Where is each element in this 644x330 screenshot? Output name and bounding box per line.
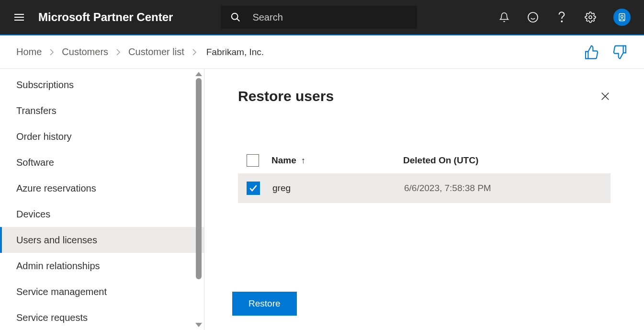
- breadcrumb-customers[interactable]: Customers: [62, 46, 108, 57]
- search-icon: [230, 12, 241, 23]
- scroll-up-icon: [195, 72, 202, 76]
- thumbs-up-icon[interactable]: [584, 45, 599, 60]
- sidebar-item-admin-relationships[interactable]: Admin relationships: [0, 253, 204, 279]
- breadcrumb-home[interactable]: Home: [16, 46, 42, 57]
- sidebar-item-label: Service management: [16, 286, 107, 297]
- user-avatar[interactable]: [613, 9, 631, 26]
- search-container[interactable]: [221, 6, 417, 29]
- sidebar-item-label: Users and licenses: [16, 235, 97, 246]
- sidebar-item-label: Service requests: [16, 312, 88, 323]
- breadcrumb-bar: Home Customers Customer list Fabrikam, I…: [0, 35, 644, 69]
- scroll-thumb[interactable]: [196, 78, 202, 279]
- column-deleted-label: Deleted On (UTC): [403, 155, 478, 165]
- checkmark-icon: [249, 183, 258, 193]
- content: Subscriptions Transfers Order history So…: [0, 69, 644, 330]
- sidebar-item-users-licenses[interactable]: Users and licenses: [0, 227, 204, 253]
- panel-title: Restore users: [238, 88, 334, 104]
- smile-icon: [527, 11, 539, 23]
- notifications-button[interactable]: [498, 11, 510, 23]
- panel-header: Restore users: [238, 88, 610, 104]
- person-icon: [617, 12, 627, 23]
- hamburger-icon: [14, 14, 24, 21]
- column-name[interactable]: Name ↑: [271, 155, 403, 166]
- gear-icon: [585, 11, 596, 23]
- sidebar-item-transfers[interactable]: Transfers: [0, 98, 204, 124]
- table-header: Name ↑ Deleted On (UTC): [238, 148, 610, 173]
- column-name-label: Name: [271, 155, 296, 166]
- table: Name ↑ Deleted On (UTC) greg 6/6/2023, 7…: [238, 148, 610, 203]
- select-all-checkbox[interactable]: [247, 154, 259, 167]
- chevron-right-icon: [49, 49, 54, 56]
- sort-up-icon: ↑: [301, 156, 305, 166]
- sidebar-item-label: Devices: [16, 209, 50, 220]
- table-row[interactable]: greg 6/6/2023, 7:58:38 PM: [238, 173, 610, 203]
- sidebar-item-service-requests[interactable]: Service requests: [0, 305, 204, 330]
- thumbs-down-icon[interactable]: [612, 45, 628, 60]
- chevron-right-icon: [192, 49, 197, 56]
- svg-point-5: [561, 21, 562, 22]
- app-header: Microsoft Partner Center: [0, 0, 644, 35]
- svg-point-6: [589, 16, 592, 19]
- breadcrumb: Home Customers Customer list Fabrikam, I…: [16, 46, 264, 57]
- sidebar: Subscriptions Transfers Order history So…: [0, 69, 204, 330]
- cell-name: greg: [272, 183, 404, 193]
- sidebar-item-label: Admin relationships: [16, 261, 100, 272]
- row-checkbox[interactable]: [247, 182, 260, 195]
- sidebar-item-label: Subscriptions: [16, 80, 74, 91]
- scrollbar[interactable]: [194, 69, 203, 330]
- svg-point-0: [232, 13, 238, 20]
- main-panel: Restore users Name ↑ Deleted On (UTC): [204, 69, 644, 330]
- sidebar-item-subscriptions[interactable]: Subscriptions: [0, 72, 204, 98]
- feedback-button[interactable]: [527, 11, 539, 23]
- cell-deleted-on: 6/6/2023, 7:58:38 PM: [404, 183, 491, 193]
- sidebar-item-label: Software: [16, 157, 54, 168]
- sidebar-item-label: Order history: [16, 131, 72, 142]
- sidebar-item-label: Azure reservations: [16, 183, 96, 194]
- chevron-right-icon: [116, 49, 121, 56]
- svg-point-2: [528, 12, 538, 22]
- help-button[interactable]: [556, 11, 567, 23]
- menu-button[interactable]: [8, 6, 31, 29]
- sidebar-items: Subscriptions Transfers Order history So…: [0, 69, 204, 330]
- svg-point-8: [621, 15, 623, 18]
- app-title: Microsoft Partner Center: [38, 11, 173, 24]
- breadcrumb-customer-list[interactable]: Customer list: [128, 46, 184, 57]
- settings-button[interactable]: [585, 11, 596, 23]
- sidebar-item-devices[interactable]: Devices: [0, 201, 204, 227]
- restore-button[interactable]: Restore: [232, 292, 297, 316]
- sidebar-item-azure-reservations[interactable]: Azure reservations: [0, 175, 204, 201]
- feedback-actions: [584, 45, 628, 60]
- sidebar-item-service-management[interactable]: Service management: [0, 279, 204, 305]
- sidebar-item-software[interactable]: Software: [0, 149, 204, 175]
- scroll-down-icon: [195, 323, 202, 327]
- bell-icon: [499, 11, 509, 23]
- column-deleted-on[interactable]: Deleted On (UTC): [403, 155, 478, 166]
- scroll-track: [196, 78, 202, 321]
- sidebar-item-label: Transfers: [16, 105, 56, 116]
- header-actions: [498, 9, 636, 26]
- search-input[interactable]: [252, 12, 407, 23]
- breadcrumb-current: Fabrikam, Inc.: [206, 47, 264, 57]
- close-icon[interactable]: [600, 91, 610, 102]
- question-icon: [557, 11, 566, 23]
- svg-line-1: [237, 19, 240, 22]
- sidebar-item-order-history[interactable]: Order history: [0, 124, 204, 149]
